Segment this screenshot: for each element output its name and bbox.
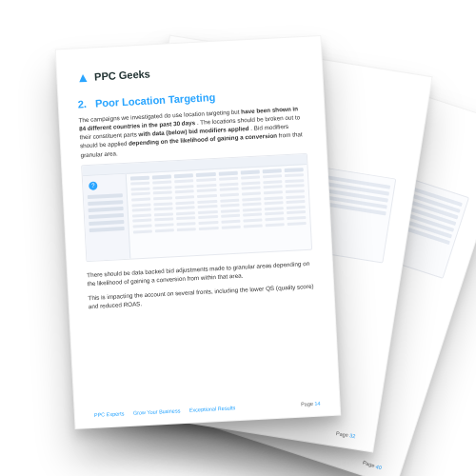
footer-link: Exceptional Results [189,405,236,413]
footer-link: Grow Your Business [133,407,181,416]
info-badge-icon: ? [89,181,97,189]
page-footer: PPC Experts Grow Your Business Exception… [94,401,321,418]
page-number: Page 32 [336,430,356,439]
report-page-front: ▲ PPC Geeks 2. Poor Location Targeting T… [55,35,342,429]
brand-logo: ▲ PPC Geeks [76,58,304,85]
section-number: 2. [77,98,87,109]
body-paragraph: This is impacting the account on several… [88,282,315,311]
ads-dashboard-screenshot: ? [81,153,312,262]
page-number: Page 14 [301,401,321,407]
intro-paragraph: The campaigns we investigated do use loc… [78,104,307,159]
footer-link: PPC Experts [94,410,125,418]
logo-mark-icon: ▲ [76,69,90,86]
section-title: Poor Location Targeting [95,91,216,109]
page-number: Page 40 [362,459,382,470]
brand-name: PPC Geeks [94,68,150,82]
footer-links: PPC Experts Grow Your Business Exception… [94,405,243,418]
